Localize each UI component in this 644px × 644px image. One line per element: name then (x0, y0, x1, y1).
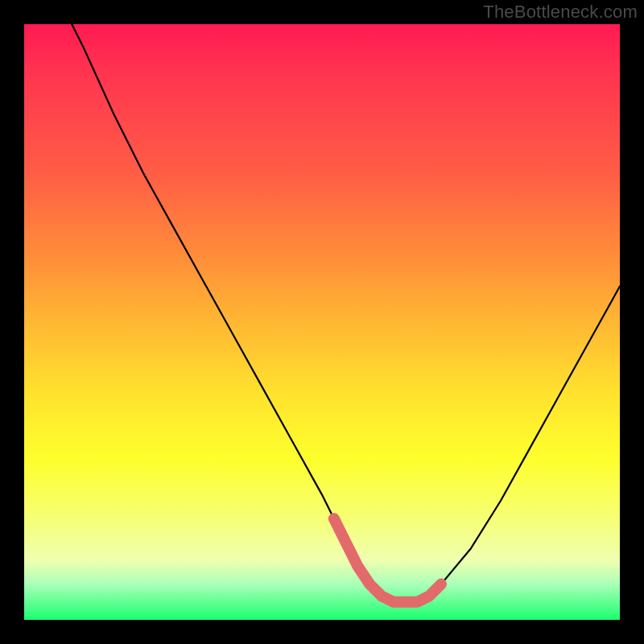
chart-frame: TheBottleneck.com (0, 0, 644, 644)
chart-plot-area (24, 24, 620, 620)
watermark-text: TheBottleneck.com (483, 2, 638, 23)
sweet-spot-marker-path (334, 518, 441, 602)
bottleneck-curve-path (72, 24, 620, 602)
chart-svg (24, 24, 620, 620)
